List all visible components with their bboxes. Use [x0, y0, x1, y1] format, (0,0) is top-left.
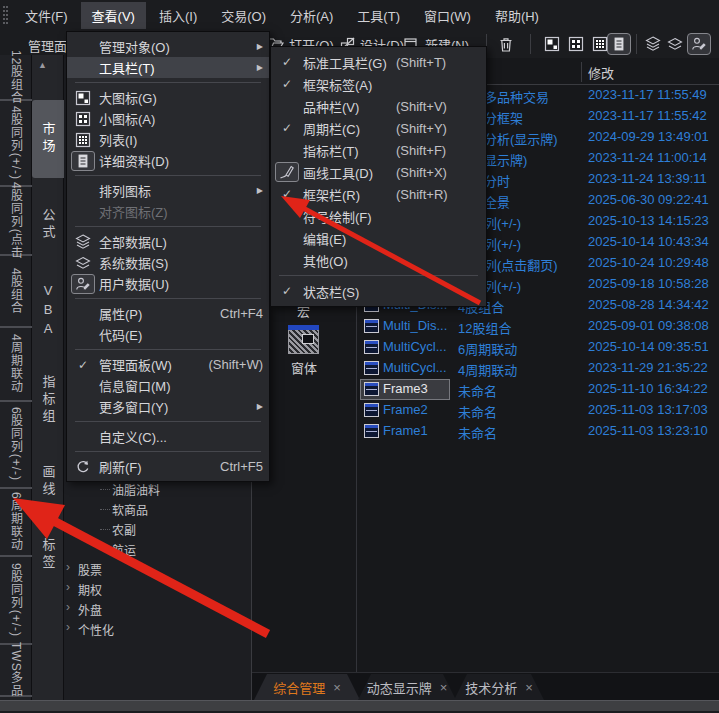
panel-tab-4[interactable]: 画线	[32, 448, 64, 516]
chevron-right-icon[interactable]: ›	[66, 580, 70, 594]
chevron-right-icon[interactable]: ›	[66, 560, 70, 574]
menubar-item[interactable]: 窗口(W)	[413, 2, 482, 29]
menu-item[interactable]: 属性(P)Ctrl+F4	[67, 303, 269, 324]
panel-tab-3[interactable]: 指标组	[32, 356, 64, 444]
menu-item[interactable]: 品种栏(V)(Shift+V)	[271, 95, 486, 117]
table-row[interactable]: Frame2未命名2025-11-03 13:17:03	[356, 400, 719, 421]
menu-item-label: 详细资料(D)	[99, 151, 169, 170]
table-row[interactable]: MultiCycl...6周期联动2025-10-14 09:35:51	[356, 337, 719, 358]
menu-item[interactable]: 其他(O)	[271, 249, 486, 271]
menu-item[interactable]: 详细资料(D)	[67, 150, 269, 171]
submenu-arrow-icon: ▶	[257, 42, 263, 51]
table-header-modified[interactable]: 修改	[588, 63, 614, 82]
menu-separator	[75, 349, 261, 350]
close-icon[interactable]: ×	[525, 680, 533, 695]
menu-item[interactable]: 画线工具(D)(Shift+X)	[271, 161, 486, 183]
menu-item[interactable]: 排列图标▶	[67, 180, 269, 201]
tree-item-child[interactable]: 农副	[112, 521, 136, 538]
menu-item[interactable]: 自定义(C)...	[67, 426, 269, 447]
panel-tab-5[interactable]: 标签	[32, 520, 64, 590]
menu-item[interactable]: ✓标准工具栏(G)(Shift+T)	[271, 51, 486, 73]
menu-item-label: 编辑(E)	[303, 229, 346, 248]
frame-tab[interactable]: 4股同列(点击	[0, 187, 32, 256]
row-description-fragment: 多品种交易	[484, 87, 549, 106]
chevron-right-icon[interactable]: ›	[66, 620, 70, 634]
toolbar-grip[interactable]	[3, 6, 8, 24]
page-tab-2[interactable]: 技术分析×	[454, 674, 544, 700]
table-row[interactable]: Multi_Dis...12股组合2025-09-01 09:38:08	[356, 316, 719, 337]
menubar-item[interactable]: 查看(V)	[81, 2, 146, 29]
frame-tab-label: 4周期联动	[8, 334, 25, 394]
menu-item[interactable]: ✓状态栏(S)	[271, 280, 486, 302]
trash-icon[interactable]	[494, 33, 518, 55]
menu-item[interactable]: 管理对象(O)▶	[67, 36, 269, 57]
menu-item[interactable]: 符号绘制(F)	[271, 205, 486, 227]
menu-item[interactable]: 系统数据(S)	[67, 252, 269, 273]
menu-item[interactable]: 工具栏(T)▶	[67, 57, 269, 78]
menu-item[interactable]: 更多窗口(Y)▶	[67, 396, 269, 417]
menu-item-label: 列表(I)	[99, 130, 137, 149]
tree-item-child[interactable]: 航运	[112, 541, 136, 558]
frame-tab[interactable]: 6股同列(+/-)	[0, 402, 32, 489]
tree-item-root[interactable]: 股票	[78, 561, 102, 578]
menu-item[interactable]: 列表(I)	[67, 129, 269, 150]
small-icons-icon[interactable]	[564, 33, 588, 55]
tree-item-child[interactable]: 油脂油料	[112, 481, 160, 498]
menu-item[interactable]: 小图标(A)	[67, 108, 269, 129]
panel-tab-2[interactable]: VBA	[32, 272, 64, 350]
close-icon[interactable]: ×	[333, 680, 341, 695]
menu-item[interactable]: 对齐图标(Z)	[67, 201, 269, 222]
panel-tab-1[interactable]: 公式	[32, 190, 64, 260]
menu-item-label: 框架标签(A)	[303, 75, 372, 94]
tree-item-root[interactable]: 外盘	[78, 601, 102, 618]
tree-item-root[interactable]: 期权	[78, 581, 102, 598]
user-data-icon[interactable]	[687, 33, 711, 55]
tree-item-child[interactable]: 软商品	[112, 501, 148, 518]
close-icon[interactable]: ×	[440, 680, 448, 695]
menu-item-label: 品种栏(V)	[303, 97, 359, 116]
menu-item[interactable]: 用户数据(U)	[67, 273, 269, 294]
menu-item[interactable]: ✓管理面板(W)(Shift+W)	[67, 354, 269, 375]
panel-tab-0[interactable]: 市场	[32, 100, 64, 178]
frame-tab[interactable]: 12股组合	[0, 55, 32, 101]
menu-item[interactable]: ✓框架标签(A)	[271, 73, 486, 95]
menu-item-label: 全部数据(L)	[99, 232, 167, 251]
page-tab-1[interactable]: 动态显示牌×	[358, 674, 456, 700]
frame-tab[interactable]: 9股同列(+/-)	[0, 557, 32, 645]
frame-tab[interactable]: 4股组合	[0, 256, 32, 328]
menu-item[interactable]: 信息窗口(M)	[67, 375, 269, 396]
menubar-item[interactable]: 分析(A)	[279, 2, 344, 29]
menubar-item[interactable]: 交易(O)	[210, 2, 277, 29]
tree-item-root[interactable]: 个性化	[78, 621, 114, 638]
system-data-icon[interactable]	[663, 33, 687, 55]
table-row[interactable]: Frame3未命名2025-11-10 16:34:22	[356, 379, 719, 400]
menubar-item[interactable]: 帮助(H)	[484, 2, 550, 29]
menu-item[interactable]: 大图标(G)	[67, 87, 269, 108]
table-row[interactable]: Frame1未命名2025-11-03 13:23:10	[356, 421, 719, 442]
menu-item[interactable]: 编辑(E)	[271, 227, 486, 249]
chevron-right-icon[interactable]: ›	[66, 600, 70, 614]
frame-tab[interactable]: 4周期联动	[0, 328, 32, 402]
menubar-item[interactable]: 文件(F)	[14, 2, 79, 29]
row-description: 未命名	[458, 402, 497, 421]
frame-tab[interactable]: TWS多品	[0, 645, 32, 697]
menu-item[interactable]: ✓框架栏(R)(Shift+R)	[271, 183, 486, 205]
table-row[interactable]: MultiCycl...4周期联动2023-11-29 21:35:22	[356, 358, 719, 379]
menu-item[interactable]: 代码(E)	[67, 324, 269, 345]
form-category-icon[interactable]	[288, 325, 319, 354]
menubar-item[interactable]: 插入(I)	[148, 2, 208, 29]
category-item-form[interactable]: 窗体	[291, 358, 317, 377]
frame-tab-label: 6股同列(+/-)	[8, 407, 25, 481]
page-tab-0[interactable]: 综合管理×	[254, 674, 360, 700]
scroll-up-icon[interactable]: ▲	[38, 60, 47, 70]
menu-item[interactable]: 全部数据(L)	[67, 231, 269, 252]
menu-item[interactable]: 指标栏(T)(Shift+F)	[271, 139, 486, 161]
large-icons-icon[interactable]	[540, 33, 564, 55]
menu-item[interactable]: 刷新(F)Ctrl+F5	[67, 456, 269, 477]
details-view-icon[interactable]	[607, 33, 631, 55]
menubar-item[interactable]: 工具(T)	[346, 2, 411, 29]
menu-item[interactable]: ✓周期栏(C)(Shift+Y)	[271, 117, 486, 139]
frame-tab[interactable]: 4股同列(+/-)	[0, 101, 32, 187]
frame-tab[interactable]: 6周期联动	[0, 489, 32, 557]
all-data-icon[interactable]	[641, 33, 665, 55]
